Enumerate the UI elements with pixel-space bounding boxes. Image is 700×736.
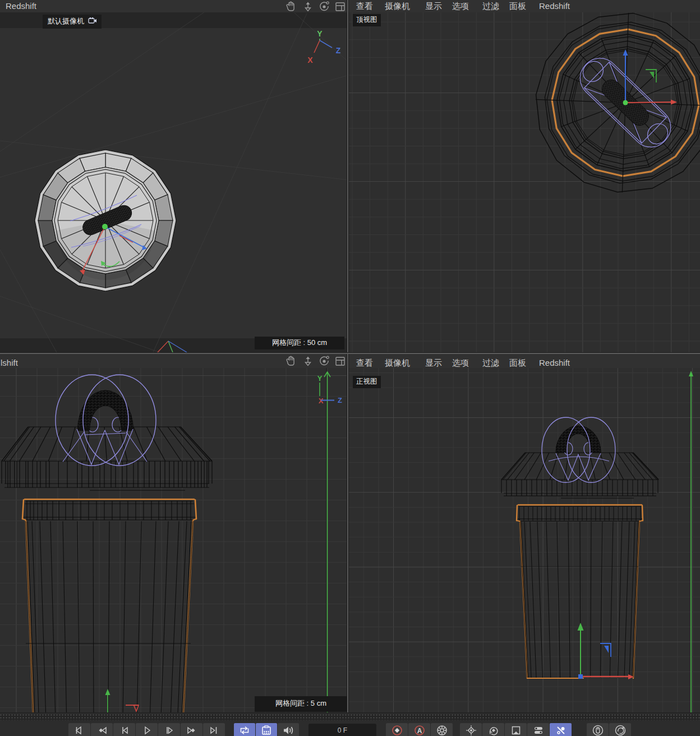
svg-text:Y: Y [317,29,323,38]
svg-text:Z: Z [336,46,341,55]
svg-text:Y: Y [317,374,323,383]
svg-text:Z: Z [338,396,342,404]
svg-text:X: X [307,56,313,65]
svg-text:A: A [417,727,422,735]
